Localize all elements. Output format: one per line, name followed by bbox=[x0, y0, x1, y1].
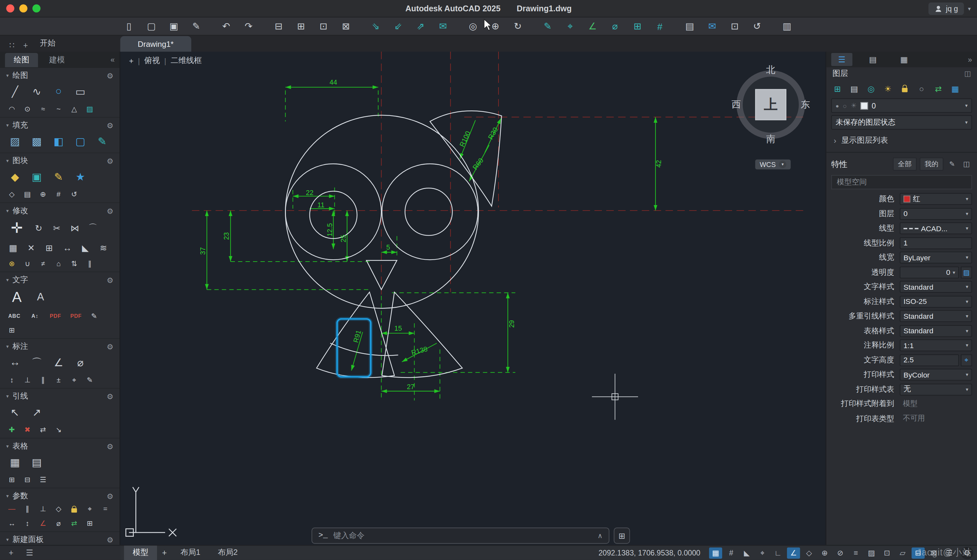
viewcube-south[interactable]: 南 bbox=[766, 133, 775, 145]
multileader-icon[interactable]: ↖ bbox=[6, 404, 23, 420]
section-caret-icon[interactable]: ▾ bbox=[6, 443, 9, 449]
hatch-point-icon[interactable]: ▨ bbox=[84, 104, 95, 114]
dropdown-caret-icon[interactable]: ▾ bbox=[966, 328, 968, 333]
property-value-dropdown[interactable]: 无▾ bbox=[900, 384, 972, 396]
align-icon[interactable]: ⇅ bbox=[68, 258, 80, 268]
text-style-icon[interactable]: ✎ bbox=[88, 311, 100, 321]
define-attribute-icon[interactable]: ◇ bbox=[6, 189, 17, 199]
filter-all-button[interactable]: 全部 bbox=[893, 158, 917, 171]
layers-palette-tab[interactable]: ☰ bbox=[831, 53, 853, 66]
section-caret-icon[interactable]: ▾ bbox=[6, 277, 9, 283]
import-icon[interactable]: ⇙ bbox=[391, 20, 405, 33]
fillet-icon[interactable]: ⌒ bbox=[86, 222, 100, 235]
section-caret-icon[interactable]: ▾ bbox=[6, 123, 9, 128]
layer-lock-icon[interactable] bbox=[899, 83, 911, 94]
linear-dimension-icon[interactable]: ↔ bbox=[6, 354, 23, 370]
match-properties-icon[interactable]: ✎ bbox=[541, 20, 554, 33]
tolerance-icon[interactable]: ± bbox=[53, 375, 64, 385]
section-header[interactable]: ▾填充⚙ bbox=[0, 118, 120, 132]
batch-plot-icon[interactable]: ⊞ bbox=[294, 20, 308, 33]
layer-match-icon[interactable]: ⇄ bbox=[932, 83, 945, 94]
model-canvas[interactable]: 44422211233712.52551529R91R13827R100R30R… bbox=[120, 52, 825, 545]
full-screen-icon[interactable]: ⊡ bbox=[728, 20, 742, 33]
isolate-objects-button[interactable]: ⊠ bbox=[927, 547, 940, 558]
section-caret-icon[interactable]: ▾ bbox=[6, 208, 9, 213]
export-table-icon[interactable]: ☰ bbox=[37, 475, 49, 485]
polyline-icon[interactable]: ∿ bbox=[28, 83, 45, 100]
user-account-button[interactable]: jq g bbox=[929, 2, 964, 15]
object-snap-tracking-button[interactable]: ⊘ bbox=[834, 547, 847, 558]
property-value-dropdown[interactable]: Standard▾ bbox=[900, 281, 972, 293]
ucs-caret-icon[interactable]: ▾ bbox=[779, 161, 786, 168]
import-pdf-icon[interactable]: PDF bbox=[68, 311, 84, 321]
scale-icon[interactable]: ◣ bbox=[78, 242, 92, 254]
equal-constraint-icon[interactable]: = bbox=[100, 504, 111, 514]
chamfer-icon[interactable]: ⌂ bbox=[53, 258, 64, 268]
command-collapse-icon[interactable]: ∧ bbox=[597, 532, 603, 540]
property-value-dropdown[interactable]: 1 bbox=[900, 237, 972, 249]
show-layer-list-button[interactable]: › 显示图层列表 bbox=[826, 131, 977, 150]
property-value-dropdown[interactable]: ACAD...▾ bbox=[900, 223, 972, 235]
remove-leader-icon[interactable]: ✖ bbox=[22, 425, 33, 435]
ellipse-icon[interactable]: ⊙ bbox=[22, 104, 33, 114]
layer-dropdown-caret-icon[interactable]: ▾ bbox=[965, 103, 968, 108]
angular-dimension-icon[interactable]: ∠ bbox=[50, 354, 67, 370]
layer-freeze-icon[interactable]: ☀ bbox=[851, 102, 857, 110]
new-layout-button[interactable]: + bbox=[157, 548, 172, 557]
snap-mode-button[interactable]: # bbox=[725, 547, 738, 558]
property-value-dropdown[interactable]: 0▾ bbox=[900, 208, 972, 220]
stretch-icon[interactable]: ↔ bbox=[60, 242, 74, 254]
hatch-icon[interactable]: ▨ bbox=[6, 133, 23, 150]
tab-start[interactable]: 开始 bbox=[32, 35, 63, 52]
copy-icon[interactable]: ⊞ bbox=[42, 242, 56, 254]
object-snap-button[interactable]: ⊕ bbox=[818, 547, 831, 558]
section-settings-icon[interactable]: ⚙ bbox=[107, 442, 113, 450]
section-settings-icon[interactable]: ⚙ bbox=[107, 392, 113, 401]
section-settings-icon[interactable]: ⚙ bbox=[107, 207, 113, 215]
arc-icon[interactable]: ◠ bbox=[6, 104, 17, 114]
property-value-dropdown[interactable]: ByLayer▾ bbox=[900, 252, 972, 264]
property-value-dropdown[interactable]: 红▾ bbox=[900, 193, 972, 205]
new-drawing-button[interactable]: + bbox=[19, 38, 32, 52]
panel-more-icon[interactable]: » bbox=[968, 55, 972, 64]
properties-edit-icon[interactable]: ✎ bbox=[947, 159, 958, 169]
export-icon[interactable]: ⇗ bbox=[414, 20, 427, 33]
quick-calc-icon[interactable]: ⊞ bbox=[631, 20, 644, 33]
layer-off-icon[interactable]: ○ bbox=[915, 83, 928, 94]
command-line[interactable]: >_ 键入命令 ∧ bbox=[312, 528, 609, 544]
section-caret-icon[interactable]: ▾ bbox=[6, 537, 9, 542]
command-placeholder[interactable]: 键入命令 bbox=[333, 530, 364, 541]
property-value-dropdown[interactable]: Standard▾ bbox=[900, 325, 972, 337]
block-editor-icon[interactable]: ✎ bbox=[50, 169, 67, 185]
tab-layout1[interactable]: 布局1 bbox=[172, 545, 209, 560]
diameter-measure-icon[interactable]: ⌀ bbox=[608, 20, 622, 33]
single-line-text-icon[interactable]: A bbox=[32, 289, 49, 305]
tab-overview-icon[interactable]: ∷ bbox=[5, 38, 18, 52]
dropdown-caret-icon[interactable]: ▾ bbox=[966, 343, 968, 348]
viewport-visual-style-button[interactable]: 二维线框 bbox=[170, 55, 202, 66]
plot-preview-icon[interactable]: ⊡ bbox=[317, 20, 330, 33]
layer-color-swatch[interactable] bbox=[860, 102, 868, 109]
section-caret-icon[interactable]: ▾ bbox=[6, 394, 9, 399]
rectangle-icon[interactable]: ▭ bbox=[72, 83, 89, 100]
dropdown-caret-icon[interactable]: ▾ bbox=[966, 299, 968, 304]
owl-geometry[interactable] bbox=[285, 111, 502, 378]
workspace-switching-button[interactable]: ⊟ bbox=[912, 547, 925, 558]
dropdown-caret-icon[interactable]: ▾ bbox=[966, 255, 968, 260]
dropdown-caret-icon[interactable]: ▾ bbox=[966, 197, 968, 202]
layer-isolate-icon[interactable]: ◎ bbox=[865, 83, 877, 94]
data-link-icon[interactable]: ⊟ bbox=[22, 475, 33, 485]
rotate-icon[interactable]: ↻ bbox=[32, 222, 45, 235]
isometric-drafting-button[interactable]: ◇ bbox=[802, 547, 816, 558]
boundary-icon[interactable]: ▢ bbox=[72, 133, 89, 150]
command-launcher-icon[interactable]: ⊞ bbox=[614, 528, 630, 544]
insert-block-icon[interactable]: ◆ bbox=[6, 169, 23, 185]
save-icon[interactable]: ▣ bbox=[167, 20, 181, 33]
property-value-dropdown[interactable]: 1:1▾ bbox=[900, 340, 972, 352]
radius-dimension-icon[interactable]: ⌀ bbox=[72, 354, 89, 370]
palette-tab-draw[interactable]: 绘图 bbox=[5, 53, 38, 67]
angular-constraint-icon[interactable]: ∠ bbox=[37, 518, 49, 528]
dropdown-caret-icon[interactable]: ▾ bbox=[966, 284, 968, 290]
grid-display-button[interactable]: ▦ bbox=[709, 547, 722, 558]
tab-layout2[interactable]: 布局2 bbox=[209, 545, 247, 560]
